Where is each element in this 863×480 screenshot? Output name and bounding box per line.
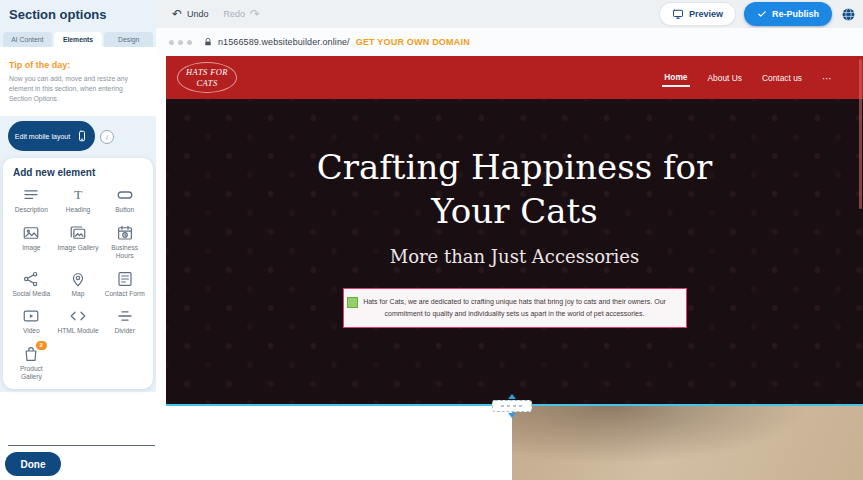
site-header: HATS FOR CATS Home About Us Contact us ⋯	[166, 56, 863, 99]
element-label: Social Media	[12, 290, 50, 299]
builder-topbar: ↶ Undo Redo ↷ Preview Re-Publish	[156, 0, 863, 28]
panel-title: Section options	[9, 7, 107, 22]
nav-home[interactable]: Home	[662, 68, 689, 87]
element-label: Map	[72, 290, 85, 299]
arrow-down-icon	[508, 413, 516, 418]
next-section-photo	[512, 406, 863, 480]
language-globe-icon[interactable]	[841, 7, 856, 22]
element-social-media[interactable]: Social Media	[8, 270, 55, 299]
monitor-icon	[672, 8, 684, 20]
edit-mobile-layout-label: Edit mobile layout	[15, 133, 70, 140]
undo-icon[interactable]: ↶	[172, 8, 182, 20]
drag-handle-pill	[492, 400, 532, 412]
hero-section[interactable]: Crafting Happiness for Your Cats More th…	[166, 99, 863, 406]
site-nav: Home About Us Contact us ⋯	[662, 68, 835, 87]
edit-mobile-layout-button[interactable]: Edit mobile layout	[8, 121, 95, 151]
window-control-dots	[169, 40, 192, 45]
sidebar-tabs: AI Content Elements Design	[3, 32, 153, 47]
hero-text-block[interactable]: Hats for Cats, we are dedicated to craft…	[343, 288, 687, 328]
hero-text: Hats for Cats, we are dedicated to craft…	[363, 298, 666, 317]
add-element-card: Add new element Description T Heading Bu…	[3, 158, 153, 389]
preview-button[interactable]: Preview	[660, 3, 735, 25]
image-gallery-icon	[69, 224, 87, 242]
html-code-icon	[69, 307, 87, 325]
info-icon[interactable]: i	[100, 130, 114, 144]
tab-ai-content[interactable]: AI Content	[3, 32, 52, 47]
hero-subtitle: More than Just Accessories	[390, 246, 640, 267]
map-pin-icon	[69, 270, 87, 288]
description-icon	[22, 186, 40, 204]
window-dot	[187, 40, 192, 45]
element-label: Video	[23, 327, 40, 336]
get-domain-link[interactable]: GET YOUR OWN DOMAIN	[356, 37, 470, 47]
mobile-phone-icon	[76, 130, 88, 142]
redo-button[interactable]: Redo	[224, 9, 246, 19]
heading-icon: T	[69, 186, 87, 204]
hero-title: Crafting Happiness for Your Cats	[280, 145, 750, 233]
button-icon	[116, 186, 134, 204]
redo-icon[interactable]: ↷	[250, 8, 260, 20]
republish-button-label: Re-Publish	[772, 9, 819, 19]
notification-badge: 2	[36, 341, 47, 350]
site-logo[interactable]: HATS FOR CATS	[177, 62, 237, 92]
svg-text:T: T	[74, 187, 83, 202]
divider-icon	[116, 307, 134, 325]
element-business-hours[interactable]: Business Hours	[101, 224, 148, 261]
undo-button[interactable]: Undo	[187, 9, 209, 19]
social-media-icon	[22, 270, 40, 288]
element-video[interactable]: Video	[8, 307, 55, 336]
nav-about-us[interactable]: About Us	[706, 69, 744, 86]
element-button[interactable]: Button	[101, 186, 148, 215]
republish-button[interactable]: Re-Publish	[744, 2, 832, 26]
element-label: Contact Form	[105, 290, 145, 299]
element-grid: Description T Heading Button Image	[8, 186, 148, 382]
element-label: Heading	[66, 206, 91, 215]
element-image-gallery[interactable]: Image Gallery	[55, 224, 102, 261]
tip-body: Now you can add, move and resize any ele…	[9, 74, 147, 105]
element-label: Image	[22, 244, 40, 253]
section-resize-handle[interactable]	[492, 394, 532, 418]
drag-handle-dots	[501, 405, 523, 407]
browser-chrome-bar: n1566589.websitebuilder.online/ GET YOUR…	[156, 28, 863, 56]
window-dot	[169, 40, 174, 45]
resize-handle[interactable]	[347, 297, 358, 308]
done-button[interactable]: Done	[5, 452, 61, 476]
element-html-module[interactable]: HTML Module	[55, 307, 102, 336]
element-contact-form[interactable]: Contact Form	[101, 270, 148, 299]
element-label: Business Hours	[104, 244, 146, 261]
preview-scrollbar[interactable]	[859, 59, 862, 209]
element-label: Product Gallery	[10, 365, 52, 382]
element-label: Description	[15, 206, 48, 215]
element-image[interactable]: Image	[8, 224, 55, 261]
add-element-title: Add new element	[13, 167, 148, 178]
element-label: Divider	[114, 327, 135, 336]
section-options-sidebar: Section options AI Content Elements Desi…	[0, 0, 156, 480]
sidebar-divider	[8, 445, 155, 446]
contact-form-icon	[116, 270, 134, 288]
tip-of-the-day: Tip of the day: Now you can add, move an…	[0, 47, 156, 116]
site-url: n1566589.websitebuilder.online/	[218, 37, 350, 47]
lock-icon	[203, 37, 213, 47]
element-product-gallery[interactable]: 2 Product Gallery	[8, 345, 55, 382]
element-description[interactable]: Description	[8, 186, 55, 215]
arrow-up-icon	[508, 394, 516, 399]
image-icon	[22, 224, 40, 242]
tab-elements[interactable]: Elements	[54, 32, 103, 47]
element-heading[interactable]: T Heading	[55, 186, 102, 215]
window-dot	[178, 40, 183, 45]
element-map[interactable]: Map	[55, 270, 102, 299]
site-preview-canvas: HATS FOR CATS Home About Us Contact us ⋯…	[166, 56, 863, 480]
nav-more-icon[interactable]: ⋯	[820, 69, 835, 87]
check-icon	[757, 9, 767, 19]
element-label: Button	[115, 206, 134, 215]
tip-title: Tip of the day:	[9, 60, 147, 70]
element-divider[interactable]: Divider	[101, 307, 148, 336]
business-hours-icon	[116, 224, 134, 242]
tab-design[interactable]: Design	[104, 32, 153, 47]
nav-contact-us[interactable]: Contact us	[760, 69, 804, 86]
element-label: Image Gallery	[57, 244, 98, 253]
video-icon	[22, 307, 40, 325]
preview-button-label: Preview	[689, 9, 723, 19]
element-label: HTML Module	[57, 327, 98, 336]
